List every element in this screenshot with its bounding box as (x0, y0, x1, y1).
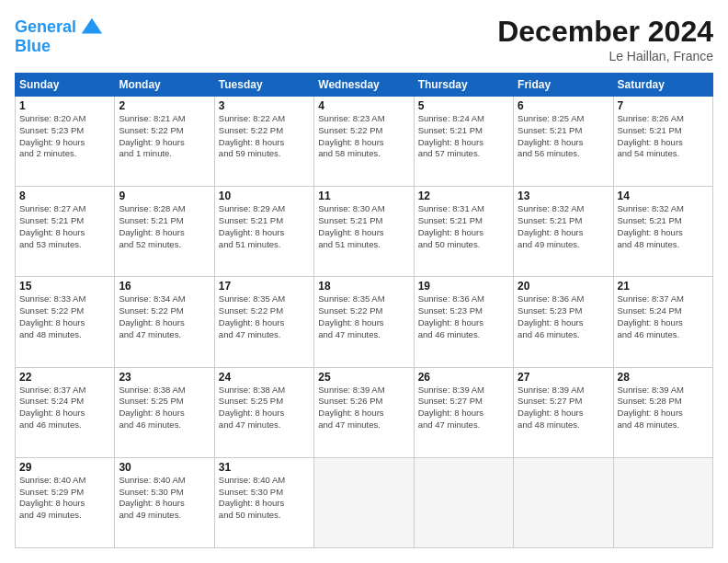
table-row: 16Sunrise: 8:34 AM Sunset: 5:22 PM Dayli… (115, 277, 214, 367)
day-info: Sunrise: 8:39 AM Sunset: 5:27 PM Dayligh… (518, 385, 609, 431)
day-number: 27 (518, 371, 609, 384)
day-info: Sunrise: 8:38 AM Sunset: 5:25 PM Dayligh… (219, 385, 310, 431)
day-info: Sunrise: 8:35 AM Sunset: 5:22 PM Dayligh… (318, 293, 409, 340)
day-number: 25 (318, 371, 409, 384)
table-row: 22Sunrise: 8:37 AM Sunset: 5:24 PM Dayli… (16, 367, 115, 457)
day-info: Sunrise: 8:24 AM Sunset: 5:21 PM Dayligh… (418, 113, 509, 160)
day-number: 31 (219, 461, 310, 474)
day-info: Sunrise: 8:37 AM Sunset: 5:24 PM Dayligh… (618, 293, 709, 340)
day-number: 4 (318, 99, 409, 112)
table-row (314, 457, 414, 547)
table-row: 20Sunrise: 8:36 AM Sunset: 5:23 PM Dayli… (514, 277, 613, 367)
day-info: Sunrise: 8:29 AM Sunset: 5:21 PM Dayligh… (219, 203, 310, 250)
day-number: 6 (518, 99, 609, 112)
table-row: 5Sunrise: 8:24 AM Sunset: 5:21 PM Daylig… (414, 97, 513, 187)
col-monday: Monday (115, 74, 214, 97)
day-number: 13 (518, 190, 609, 202)
day-info: Sunrise: 8:23 AM Sunset: 5:22 PM Dayligh… (318, 113, 409, 160)
header: General Blue December 2024 Le Haillan, F… (15, 15, 713, 63)
day-info: Sunrise: 8:36 AM Sunset: 5:23 PM Dayligh… (418, 293, 509, 340)
day-number: 1 (19, 99, 110, 112)
table-row: 26Sunrise: 8:39 AM Sunset: 5:27 PM Dayli… (414, 367, 513, 457)
table-row: 18Sunrise: 8:35 AM Sunset: 5:22 PM Dayli… (314, 277, 414, 367)
day-info: Sunrise: 8:34 AM Sunset: 5:22 PM Dayligh… (119, 293, 210, 340)
day-info: Sunrise: 8:20 AM Sunset: 5:23 PM Dayligh… (19, 113, 110, 160)
day-number: 2 (119, 99, 210, 112)
col-wednesday: Wednesday (314, 74, 414, 97)
table-row: 15Sunrise: 8:33 AM Sunset: 5:22 PM Dayli… (16, 277, 115, 367)
day-number: 30 (119, 461, 210, 474)
calendar-week-row: 29Sunrise: 8:40 AM Sunset: 5:29 PM Dayli… (16, 457, 713, 547)
day-number: 15 (19, 280, 110, 293)
day-number: 24 (219, 371, 310, 384)
day-info: Sunrise: 8:39 AM Sunset: 5:26 PM Dayligh… (318, 385, 409, 431)
table-row: 23Sunrise: 8:38 AM Sunset: 5:25 PM Dayli… (115, 367, 214, 457)
calendar-week-row: 8Sunrise: 8:27 AM Sunset: 5:21 PM Daylig… (16, 187, 713, 277)
day-number: 8 (19, 190, 110, 202)
day-number: 14 (618, 190, 709, 202)
table-row: 14Sunrise: 8:32 AM Sunset: 5:21 PM Dayli… (613, 187, 712, 277)
day-info: Sunrise: 8:28 AM Sunset: 5:21 PM Dayligh… (119, 203, 210, 250)
calendar-week-row: 1Sunrise: 8:20 AM Sunset: 5:23 PM Daylig… (16, 97, 713, 187)
day-number: 16 (119, 280, 210, 293)
day-info: Sunrise: 8:39 AM Sunset: 5:28 PM Dayligh… (618, 385, 709, 431)
table-row: 30Sunrise: 8:40 AM Sunset: 5:30 PM Dayli… (115, 457, 214, 547)
day-info: Sunrise: 8:35 AM Sunset: 5:22 PM Dayligh… (219, 293, 310, 340)
calendar-week-row: 22Sunrise: 8:37 AM Sunset: 5:24 PM Dayli… (16, 367, 713, 457)
day-number: 23 (119, 371, 210, 384)
col-tuesday: Tuesday (214, 74, 313, 97)
day-number: 17 (219, 280, 310, 293)
day-info: Sunrise: 8:40 AM Sunset: 5:29 PM Dayligh… (19, 475, 110, 522)
table-row: 31Sunrise: 8:40 AM Sunset: 5:30 PM Dayli… (214, 457, 313, 547)
day-info: Sunrise: 8:22 AM Sunset: 5:22 PM Dayligh… (219, 113, 310, 160)
day-info: Sunrise: 8:21 AM Sunset: 5:22 PM Dayligh… (119, 113, 210, 160)
day-info: Sunrise: 8:40 AM Sunset: 5:30 PM Dayligh… (119, 475, 210, 522)
table-row: 7Sunrise: 8:26 AM Sunset: 5:21 PM Daylig… (613, 97, 712, 187)
table-row: 6Sunrise: 8:25 AM Sunset: 5:21 PM Daylig… (514, 97, 613, 187)
day-info: Sunrise: 8:40 AM Sunset: 5:30 PM Dayligh… (219, 475, 310, 522)
day-info: Sunrise: 8:37 AM Sunset: 5:24 PM Dayligh… (19, 385, 110, 431)
day-info: Sunrise: 8:36 AM Sunset: 5:23 PM Dayligh… (518, 293, 609, 340)
col-friday: Friday (514, 74, 613, 97)
calendar-week-row: 15Sunrise: 8:33 AM Sunset: 5:22 PM Dayli… (16, 277, 713, 367)
day-info: Sunrise: 8:25 AM Sunset: 5:21 PM Dayligh… (518, 113, 609, 160)
day-info: Sunrise: 8:33 AM Sunset: 5:22 PM Dayligh… (19, 293, 110, 340)
day-info: Sunrise: 8:27 AM Sunset: 5:21 PM Dayligh… (19, 203, 110, 250)
day-number: 10 (219, 190, 310, 202)
table-row: 13Sunrise: 8:32 AM Sunset: 5:21 PM Dayli… (514, 187, 613, 277)
day-number: 5 (418, 99, 509, 112)
table-row: 25Sunrise: 8:39 AM Sunset: 5:26 PM Dayli… (314, 367, 414, 457)
day-number: 19 (418, 280, 509, 293)
table-row (414, 457, 513, 547)
day-number: 11 (318, 190, 409, 202)
table-row: 17Sunrise: 8:35 AM Sunset: 5:22 PM Dayli… (214, 277, 313, 367)
day-number: 29 (19, 461, 110, 474)
svg-marker-0 (82, 18, 102, 34)
col-saturday: Saturday (613, 74, 712, 97)
day-info: Sunrise: 8:26 AM Sunset: 5:21 PM Dayligh… (618, 113, 709, 160)
logo-text: General (15, 18, 76, 37)
table-row: 9Sunrise: 8:28 AM Sunset: 5:21 PM Daylig… (115, 187, 214, 277)
table-row: 12Sunrise: 8:31 AM Sunset: 5:21 PM Dayli… (414, 187, 513, 277)
table-row: 27Sunrise: 8:39 AM Sunset: 5:27 PM Dayli… (514, 367, 613, 457)
page: General Blue December 2024 Le Haillan, F… (0, 0, 728, 563)
table-row: 19Sunrise: 8:36 AM Sunset: 5:23 PM Dayli… (414, 277, 513, 367)
table-row: 10Sunrise: 8:29 AM Sunset: 5:21 PM Dayli… (214, 187, 313, 277)
day-number: 26 (418, 371, 509, 384)
day-info: Sunrise: 8:38 AM Sunset: 5:25 PM Dayligh… (119, 385, 210, 431)
table-row: 4Sunrise: 8:23 AM Sunset: 5:22 PM Daylig… (314, 97, 414, 187)
day-info: Sunrise: 8:32 AM Sunset: 5:21 PM Dayligh… (518, 203, 609, 250)
col-sunday: Sunday (16, 74, 115, 97)
logo: General Blue (15, 15, 104, 56)
month-title: December 2024 (497, 15, 713, 49)
table-row: 2Sunrise: 8:21 AM Sunset: 5:22 PM Daylig… (115, 97, 214, 187)
calendar-table: Sunday Monday Tuesday Wednesday Thursday… (15, 73, 713, 548)
day-number: 28 (618, 371, 709, 384)
table-row: 3Sunrise: 8:22 AM Sunset: 5:22 PM Daylig… (214, 97, 313, 187)
title-block: December 2024 Le Haillan, France (497, 15, 713, 63)
day-info: Sunrise: 8:30 AM Sunset: 5:21 PM Dayligh… (318, 203, 409, 250)
calendar-header-row: Sunday Monday Tuesday Wednesday Thursday… (16, 74, 713, 97)
table-row: 24Sunrise: 8:38 AM Sunset: 5:25 PM Dayli… (214, 367, 313, 457)
table-row: 29Sunrise: 8:40 AM Sunset: 5:29 PM Dayli… (16, 457, 115, 547)
table-row (613, 457, 712, 547)
